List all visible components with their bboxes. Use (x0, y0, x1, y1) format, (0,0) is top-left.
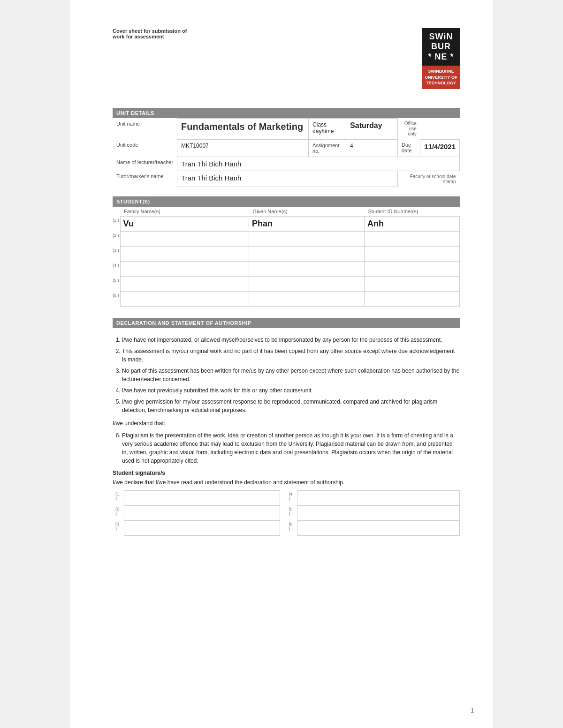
declaration-list-6: Plagiarism is the presentation of the wo… (113, 431, 460, 465)
sig-right-field (297, 491, 459, 506)
student-row: (4 ) (113, 262, 460, 277)
sig-left-field (124, 521, 280, 536)
student-family-name (120, 232, 249, 247)
due-date-value: 11/4/2021 (420, 139, 460, 157)
declaration-list: I/we have not impersonated, or allowed m… (113, 336, 460, 414)
logo-red-bar: SWINBURNE UNIVERSITY OF TECHNOLOGY (422, 66, 460, 89)
tutor-value: Tran Thi Bich Hanh (177, 171, 398, 187)
tutor-label: Tutor/marker's name (113, 171, 177, 187)
sig-spacer (280, 521, 286, 536)
logo-text: SWiN BUR * NE * (428, 32, 454, 62)
declaration-item-3: No part of this assessment has been writ… (122, 367, 460, 383)
declaration-item-1: I/we have not impersonated, or allowed m… (122, 336, 460, 344)
student-id: Anh (364, 217, 459, 232)
logo-line3: * NE * (428, 52, 454, 62)
signature-para: I/we declare that I/we have read and und… (113, 478, 460, 487)
class-day-value: Saturday (346, 118, 398, 139)
declaration-item-6: Plagiarism is the presentation of the wo… (122, 431, 460, 465)
sig-spacer (280, 506, 286, 521)
students-section: STUDENT(S) Family Name(s) Given Name(s) … (113, 196, 460, 307)
student-family-name (120, 247, 249, 262)
logo-red-line1: SWINBURNE (424, 68, 458, 75)
unit-code-label: Unit code (113, 139, 177, 157)
student-row-num: (6 ) (113, 292, 120, 307)
student-id (364, 262, 459, 277)
logo-line2: BUR (428, 42, 454, 52)
sig-left-field (124, 491, 280, 506)
student-given-name (249, 262, 365, 277)
sig-right-field (297, 521, 459, 536)
signature-row: (3 ) (6 ) (113, 521, 460, 536)
student-row: (6 ) (113, 292, 460, 307)
swinburne-logo: SWiN BUR * NE * (422, 28, 460, 66)
cover-sheet-line2: work for assessment (113, 34, 187, 39)
students-table: Family Name(s) Given Name(s) Student ID … (113, 207, 460, 307)
sig-left-field (124, 506, 280, 521)
student-given-name: Phan (249, 217, 365, 232)
assignment-no-label: Assignment no. (309, 139, 346, 157)
sig-left-num: (3 ) (113, 521, 124, 536)
assignment-no-value: 4 (346, 139, 398, 157)
student-row-num: (5 ) (113, 277, 120, 292)
family-name-col-header: Family Name(s) (120, 207, 249, 217)
signature-table: (1 ) (4 ) (2 ) (5 ) (3 ) (6 ) (113, 490, 460, 536)
declaration-item-5: I/we give permission for my/our assessme… (122, 398, 460, 414)
sig-right-num: (4 ) (286, 491, 297, 506)
declaration-item-2: This assessment is my/our original work … (122, 347, 460, 364)
student-id (364, 277, 459, 292)
lecturer-value: Tran Thi Bich Hanh (177, 157, 460, 171)
student-family-name: Vu (120, 217, 249, 232)
sig-right-num: (6 ) (286, 521, 297, 536)
page-number: 1 (471, 707, 474, 714)
declaration-header: DECLARATION AND STATEMENT OF AUTHORSHIP (113, 318, 460, 328)
cover-sheet-label: Cover sheet for submission of work for a… (113, 28, 187, 39)
student-id (364, 247, 459, 262)
student-row: (2 ) (113, 232, 460, 247)
logo-red-line3: TECHNOLOGY (424, 80, 458, 86)
class-day-label: Class day/time (309, 118, 346, 139)
student-row-num: (3 ) (113, 247, 120, 262)
office-use-label: Office use only (398, 118, 420, 139)
student-given-name (249, 232, 365, 247)
unit-code-value: MKT10007 (177, 139, 309, 157)
student-family-name (120, 277, 249, 292)
given-name-col-header: Given Name(s) (249, 207, 365, 217)
faculty-stamp-label: Faculty or school date stamp (398, 171, 460, 187)
understand-para: I/we understand that: (113, 419, 460, 428)
student-row: (1 ) Vu Phan Anh (113, 217, 460, 232)
sig-right-field (297, 506, 459, 521)
sig-spacer (280, 491, 286, 506)
unit-details-section: UNIT DETAILS Unit name Fundamentals of M… (113, 108, 460, 188)
declaration-section: DECLARATION AND STATEMENT OF AUTHORSHIP … (113, 318, 460, 536)
student-id (364, 292, 459, 307)
page: Cover sheet for submission of work for a… (70, 0, 493, 728)
sig-left-num: (2 ) (113, 506, 124, 521)
due-date-label: Due date (398, 139, 420, 157)
logo-container: SWiN BUR * NE * SWINBURNE UNIVERSITY OF … (422, 28, 460, 89)
logo-line1: SWiN (428, 32, 454, 42)
student-row-num: (1 ) (113, 217, 120, 232)
student-row: (3 ) (113, 247, 460, 262)
signature-row: (2 ) (5 ) (113, 506, 460, 521)
student-given-name (249, 292, 365, 307)
student-family-name (120, 262, 249, 277)
student-row-num: (2 ) (113, 232, 120, 247)
sig-left-num: (1 ) (113, 491, 124, 506)
signature-heading: Student signature/s (113, 470, 460, 476)
unit-name-value: Fundamentals of Marketing (177, 118, 309, 139)
student-given-name (249, 247, 365, 262)
signature-row: (1 ) (4 ) (113, 491, 460, 506)
logo-red-line2: UNIVERSITY OF (424, 75, 458, 81)
student-id-col-header: Student ID Number(s) (364, 207, 459, 217)
header: Cover sheet for submission of work for a… (113, 28, 460, 89)
student-id (364, 232, 459, 247)
unit-name-label: Unit name (113, 118, 177, 139)
unit-details-table: Unit name Fundamentals of Marketing Clas… (113, 118, 460, 188)
student-given-name (249, 277, 365, 292)
student-family-name (120, 292, 249, 307)
unit-details-header: UNIT DETAILS (113, 108, 460, 118)
students-header: STUDENT(S) (113, 196, 460, 207)
student-row: (5 ) (113, 277, 460, 292)
lecturer-label: Name of lecturer/teacher (113, 157, 177, 171)
sig-right-num: (5 ) (286, 506, 297, 521)
